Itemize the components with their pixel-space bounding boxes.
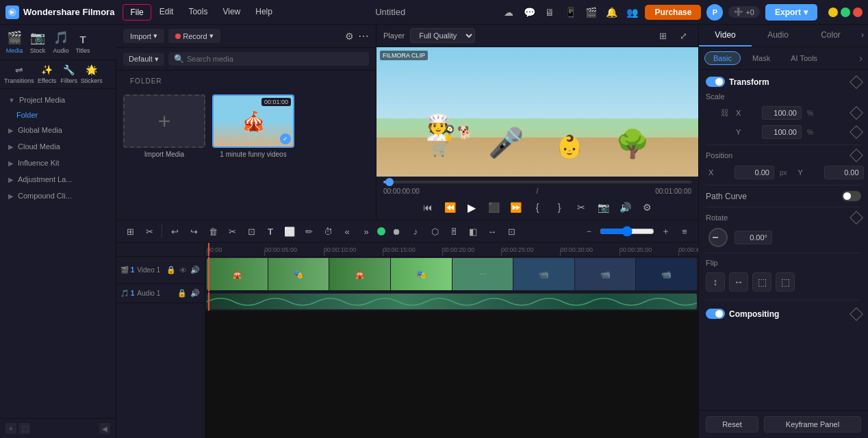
shape-button[interactable]: ⬜ [281, 223, 298, 240]
scene-button[interactable]: ⊞ [122, 223, 138, 240]
menu-view[interactable]: View [216, 4, 247, 21]
audio-button[interactable]: 🔊 [617, 199, 633, 216]
zoom-in-button[interactable]: ＋ [657, 223, 674, 240]
menu-edit[interactable]: Edit [153, 4, 181, 21]
tab-color[interactable]: Color [804, 25, 857, 47]
quality-select[interactable]: Full Quality Half Quality [410, 28, 475, 43]
flip-vertical-button[interactable]: ↕ [706, 272, 725, 292]
timeline-settings-button[interactable]: ≡ [676, 223, 693, 240]
monitor-icon[interactable]: 🖥 [542, 5, 557, 20]
redo-button[interactable]: ↪ [186, 223, 202, 240]
folder-item[interactable]: Folder [0, 108, 116, 122]
tab-compound[interactable]: ▶ Compound Cli... [0, 188, 116, 204]
text-button[interactable]: T [262, 223, 279, 240]
audio-volume-button[interactable]: 🔊 [190, 288, 201, 298]
fullscreen-button[interactable]: ⤢ [675, 27, 691, 44]
collapse-button[interactable]: ◀ [99, 423, 110, 434]
maximize-button[interactable] [841, 8, 850, 17]
tab-video[interactable]: Video [699, 25, 752, 47]
prev-frame-button[interactable]: « [339, 223, 355, 240]
skip-back-button[interactable]: ⏮ [420, 199, 436, 216]
grid-view-button[interactable]: ⊞ [654, 27, 671, 44]
position-x-input[interactable] [735, 166, 774, 179]
tool-audio[interactable]: 🎵 Audio [49, 29, 73, 55]
bell-icon[interactable]: 🔔 [604, 5, 619, 20]
more-options-button[interactable]: ⋯ [358, 29, 369, 42]
menu-tools[interactable]: Tools [181, 4, 214, 21]
add-track-button[interactable]: + [5, 423, 16, 434]
tool-titles[interactable]: T Titles [73, 32, 93, 55]
video-thumb[interactable]: 🎪 00:01:00 ✓ [212, 94, 294, 148]
close-button[interactable] [853, 8, 863, 17]
media-settings-button[interactable]: ⬚ [19, 423, 30, 434]
position-keyframe[interactable] [850, 149, 863, 162]
subtab-ai-tools[interactable]: AI Tools [782, 51, 826, 65]
media-icon[interactable]: 🎬 [583, 5, 598, 20]
transform-keyframe-icon[interactable] [850, 75, 863, 89]
undo-button[interactable]: ↩ [166, 223, 183, 240]
progress-bar[interactable] [383, 181, 691, 183]
flip-horizontal-button[interactable]: ↔ [729, 272, 748, 292]
tool-stock[interactable]: 📷 Stock [26, 29, 49, 55]
chat-icon[interactable]: 💬 [522, 5, 537, 20]
scale-x-keyframe[interactable] [850, 106, 863, 120]
tool-filters[interactable]: 🔧 Filters [59, 63, 79, 86]
audio-lock-button[interactable]: 🔒 [177, 288, 188, 298]
menu-help[interactable]: Help [248, 4, 279, 21]
phone-icon[interactable]: 📱 [563, 5, 578, 20]
export-button[interactable]: Export ▾ [765, 4, 817, 21]
audio2-button[interactable]: ♪ [407, 223, 424, 240]
record-button[interactable]: Record ▾ [168, 29, 220, 43]
tab-expand[interactable]: › [857, 25, 868, 47]
keyframe-panel-button[interactable]: Keyframe Panel [764, 416, 861, 433]
subtab-basic[interactable]: Basic [704, 51, 741, 65]
crop2-button[interactable]: ⊡ [243, 223, 259, 240]
zoom-out-button[interactable]: － [580, 223, 597, 240]
tab-project-media[interactable]: ▼ Project Media [0, 92, 116, 108]
transform-toggle[interactable] [706, 77, 725, 87]
tool-transitions[interactable]: ⇌ Transitions [3, 63, 36, 86]
subtabs-more[interactable]: › [859, 51, 863, 65]
next-frame-button[interactable]: » [358, 223, 374, 240]
tab-cloud-media[interactable]: ▶ Cloud Media [0, 138, 116, 155]
people-icon[interactable]: 👥 [624, 5, 639, 20]
sort-select[interactable]: Default ▾ [123, 53, 164, 66]
frame-forward-button[interactable]: ⏩ [507, 199, 524, 216]
import-button[interactable]: Import ▾ [123, 29, 164, 43]
pen-button[interactable]: ✏ [301, 223, 317, 240]
zoom-fit-button[interactable]: ⊡ [503, 223, 520, 240]
clip-button[interactable]: ✂ [573, 199, 589, 216]
delete-button[interactable]: 🗑 [205, 223, 221, 240]
tool-stickers[interactable]: 🌟 Stickers [79, 63, 104, 86]
scale-y-keyframe[interactable] [850, 125, 863, 139]
stop-button[interactable]: ⬛ [485, 199, 502, 216]
menu-file[interactable]: File [123, 4, 151, 21]
avatar[interactable]: P [706, 4, 723, 21]
track-eye-button[interactable]: 👁 [179, 265, 188, 275]
flip-h-mirror-button[interactable]: ⬚ [752, 272, 771, 292]
position-y-input[interactable] [824, 166, 864, 179]
track-volume-button[interactable]: 🔊 [190, 265, 201, 275]
tab-adjustment[interactable]: ▶ Adjustment La... [0, 171, 116, 188]
filter-button[interactable]: ⚙ [345, 31, 354, 42]
import-media-item[interactable]: + Import Media [123, 94, 205, 158]
in-point-button[interactable]: { [529, 199, 546, 216]
rotate-dial[interactable] [709, 228, 728, 247]
snapshot-button[interactable]: 📷 [595, 199, 611, 216]
split-button[interactable]: ◧ [465, 223, 481, 240]
search-input[interactable] [187, 55, 363, 63]
crop-button[interactable]: ✂ [141, 223, 157, 240]
tool-effects[interactable]: ✨ Effects [36, 63, 59, 86]
silence-button[interactable]: ⬡ [426, 223, 443, 240]
tab-global-media[interactable]: ▶ Global Media [0, 122, 116, 138]
progress-handle[interactable] [385, 178, 394, 186]
track-lock-button[interactable]: 🔒 [166, 265, 177, 275]
purchase-button[interactable]: Purchase [645, 5, 701, 20]
subtab-mask[interactable]: Mask [743, 51, 779, 65]
tool-media[interactable]: 🎬 Media [3, 29, 26, 55]
frame-back-button[interactable]: ⏪ [442, 199, 458, 216]
settings-button[interactable]: ⚙ [639, 199, 655, 216]
cloud-icon[interactable]: ☁ [501, 5, 516, 20]
path-curve-toggle[interactable] [842, 191, 861, 201]
play-button[interactable]: ▶ [463, 199, 480, 216]
